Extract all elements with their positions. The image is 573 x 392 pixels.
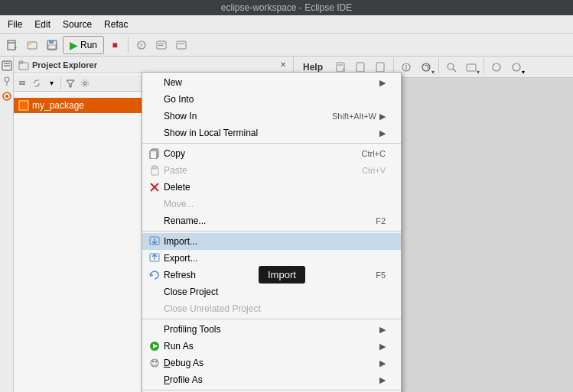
svg-point-38 — [448, 63, 454, 70]
menu-file[interactable]: File — [2, 18, 28, 31]
cm-show-in-shortcut: Shift+Alt+W — [317, 112, 376, 121]
content-btn-9[interactable]: ▾ — [507, 58, 526, 76]
cm-copy-shortcut: Ctrl+C — [347, 149, 386, 158]
cm-import-icon — [148, 235, 161, 248]
toolbar-misc-1[interactable]: ? — [132, 36, 151, 54]
cm-refresh-shortcut: F5 — [360, 271, 386, 280]
package-icon — [18, 100, 29, 111]
cm-sep-4 — [142, 390, 401, 390]
svg-text:+: + — [14, 44, 18, 50]
toolbar-separator — [128, 37, 129, 53]
cm-debug-as-arrow: ▶ — [379, 358, 386, 368]
cm-paste-label: Paste — [164, 165, 187, 176]
cm-move-label: Move... — [164, 199, 194, 209]
content-btn-6[interactable] — [442, 58, 461, 76]
cm-show-in-label: Show In — [164, 111, 197, 121]
collapse-all-button[interactable] — [15, 76, 29, 90]
cm-move-icon — [148, 198, 161, 210]
run-button[interactable]: ▶ Run — [63, 36, 104, 54]
cm-new-arrow: ▶ — [379, 78, 386, 88]
cm-rename-label: Rename... — [164, 215, 206, 226]
stop-button[interactable]: ■ — [106, 36, 124, 54]
cm-sep-2 — [142, 231, 401, 232]
cm-new-icon — [148, 76, 161, 89]
cm-go-into-icon — [148, 93, 161, 105]
cm-go-into-label: Go Into — [164, 94, 194, 105]
open-icon[interactable] — [23, 36, 41, 54]
cm-profile-as-icon — [148, 374, 161, 386]
cm-profile-as-label: Profile As — [164, 374, 203, 385]
svg-point-28 — [82, 79, 89, 86]
import-tooltip: Import — [259, 266, 305, 283]
cm-profiling-tools[interactable]: Profiling Tools ▶ — [142, 321, 401, 338]
folder-icon — [18, 60, 29, 70]
cm-show-local-terminal-label: Show in Local Terminal — [164, 128, 258, 138]
cm-export[interactable]: Export... — [142, 250, 401, 267]
cm-copy[interactable]: Copy Ctrl+C — [142, 145, 401, 162]
link-button[interactable] — [30, 76, 44, 90]
cm-profiling-tools-arrow: ▶ — [379, 325, 386, 335]
save-icon[interactable] — [43, 36, 61, 54]
cm-import[interactable]: Import... — [142, 233, 401, 250]
toolbar-misc-2[interactable] — [152, 36, 171, 54]
cm-run-as[interactable]: Run As ▶ — [142, 338, 401, 355]
cm-close-project-label: Close Project — [164, 287, 218, 297]
svg-point-21 — [5, 95, 8, 98]
new-wizard-icon[interactable]: + — [3, 36, 21, 54]
content-separator-2 — [438, 58, 439, 73]
side-icon-3[interactable] — [1, 90, 13, 102]
menu-edit[interactable]: Edit — [28, 18, 57, 31]
cm-import-label: Import... — [164, 236, 197, 247]
side-icon-2[interactable] — [1, 75, 13, 87]
svg-rect-40 — [467, 64, 476, 71]
content-btn-7[interactable]: ▾ — [462, 58, 480, 76]
cm-paste-shortcut: Ctrl+V — [347, 166, 386, 175]
cm-profile-as[interactable]: Profile As ▶ — [142, 371, 401, 388]
cm-show-local-terminal[interactable]: Show in Local Terminal ▶ — [142, 125, 401, 141]
menu-refactor[interactable]: Refac — [98, 18, 134, 31]
filter-button[interactable] — [63, 76, 77, 90]
cm-close-unrelated-icon — [148, 303, 161, 315]
cm-new-label: New — [164, 77, 182, 88]
side-icon-1[interactable] — [1, 60, 13, 72]
cm-rename[interactable]: Rename... F2 — [142, 212, 401, 229]
cm-move[interactable]: Move... — [142, 196, 401, 212]
svg-point-56 — [152, 361, 155, 363]
svg-rect-46 — [152, 166, 157, 169]
cm-delete[interactable]: Delete — [142, 179, 401, 196]
menubar: File Edit Source Refac — [0, 15, 573, 34]
cm-show-in-icon — [148, 110, 161, 122]
cm-profile-as-arrow: ▶ — [379, 375, 386, 385]
cm-show-in[interactable]: Show In Shift+Alt+W ▶ — [142, 108, 401, 125]
content-separator-3 — [483, 58, 484, 73]
toolbar-misc-3[interactable] — [172, 36, 190, 54]
cm-copy-icon — [148, 147, 161, 160]
svg-line-39 — [453, 69, 456, 72]
main-area: Project Explorer ✕ ▾ — [0, 57, 573, 392]
cm-close-unrelated[interactable]: Close Unrelated Project — [142, 300, 401, 317]
cm-refresh-icon — [148, 269, 161, 281]
stop-icon: ■ — [112, 40, 117, 50]
cm-go-into[interactable]: Go Into — [142, 91, 401, 108]
svg-point-41 — [493, 63, 500, 71]
toolbar: + ▶ Run ■ ? — [0, 34, 573, 57]
help-label: Help — [297, 62, 329, 73]
more-button[interactable]: ▾ — [44, 76, 58, 90]
cm-new[interactable]: New ▶ — [142, 74, 401, 91]
settings-button[interactable] — [78, 76, 92, 90]
cm-debug-as-label: Debug As — [164, 358, 203, 368]
svg-rect-3 — [28, 42, 37, 49]
tooltip-text: Import — [268, 269, 296, 280]
sidebar-icons-strip — [0, 57, 14, 392]
titlebar: eclipse-workspace - Eclipse IDE — [0, 0, 573, 15]
cm-debug-as[interactable]: Debug As ▶ — [142, 355, 401, 371]
project-explorer-title: Project Explorer — [32, 60, 97, 70]
close-panel-button[interactable]: ✕ — [278, 60, 288, 70]
svg-point-36 — [405, 69, 407, 70]
menu-source[interactable]: Source — [57, 18, 98, 31]
cm-close-project[interactable]: Close Project — [142, 283, 401, 300]
content-btn-5[interactable]: ▾ — [417, 58, 435, 76]
content-btn-8[interactable] — [487, 58, 506, 76]
cm-paste[interactable]: Paste Ctrl+V — [142, 162, 401, 179]
cm-close-unrelated-label: Close Unrelated Project — [164, 303, 261, 314]
